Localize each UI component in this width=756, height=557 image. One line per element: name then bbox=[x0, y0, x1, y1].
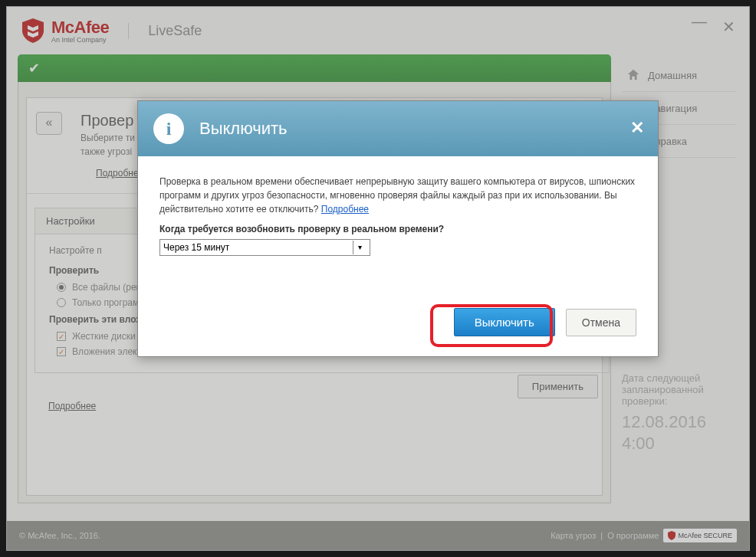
cancel-button[interactable]: Отмена bbox=[566, 309, 636, 336]
turnoff-dialog: i Выключить ✕ Проверка в реальном времен… bbox=[137, 100, 659, 357]
app-window: McAfee An Intel Company LiveSafe — ✕ ✔ «… bbox=[6, 6, 750, 551]
dialog-body: Проверка в реальном времени обеспечивает… bbox=[138, 156, 658, 356]
chevron-down-icon: ▾ bbox=[353, 241, 366, 254]
select-value: Через 15 минут bbox=[163, 242, 229, 253]
dialog-title: Выключить bbox=[199, 119, 288, 139]
dialog-header: i Выключить ✕ bbox=[138, 101, 658, 156]
dialog-text: Проверка в реальном времени обеспечивает… bbox=[159, 175, 636, 216]
info-icon: i bbox=[153, 113, 184, 144]
dialog-buttons: Выключить Отмена bbox=[159, 308, 636, 336]
turnoff-button[interactable]: Выключить bbox=[454, 308, 555, 336]
dialog-close-button[interactable]: ✕ bbox=[630, 118, 644, 138]
dialog-question: Когда требуется возобновить проверку в р… bbox=[159, 224, 636, 234]
dialog-more-link[interactable]: Подробнее bbox=[321, 204, 369, 215]
resume-time-select[interactable]: Через 15 минут ▾ bbox=[159, 239, 370, 256]
